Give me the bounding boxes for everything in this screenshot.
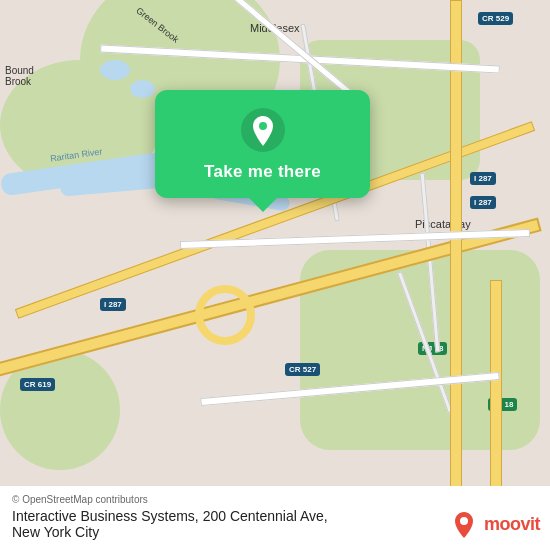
moovit-text: moovit (484, 514, 540, 535)
moovit-pin-icon (450, 510, 478, 538)
take-me-there-button[interactable]: Take me there (204, 162, 321, 182)
cr619-shield: CR 619 (20, 378, 55, 391)
cr527-shield: CR 527 (285, 363, 320, 376)
copyright-text: © OpenStreetMap contributors (12, 494, 538, 505)
i287-shield-2: I 287 (470, 196, 496, 209)
water-small-1 (100, 60, 130, 80)
cr529-shield: CR 529 (478, 12, 513, 25)
map-container: Middlesex BoundBrook Raritan River Pisca… (0, 0, 550, 550)
location-pin-icon (241, 108, 285, 152)
water-small-2 (130, 80, 155, 98)
bound-brook-label: BoundBrook (5, 65, 34, 87)
popup-card: Take me there (155, 90, 370, 198)
bottom-bar: © OpenStreetMap contributors Interactive… (0, 486, 550, 550)
interchange-circle (195, 285, 255, 345)
svg-point-1 (259, 122, 267, 130)
moovit-logo: moovit (450, 510, 540, 538)
svg-point-2 (460, 517, 468, 525)
i287-shield-bottom: I 287 (100, 298, 126, 311)
i287-shield-1: I 287 (470, 172, 496, 185)
vertical-road-right (450, 0, 462, 500)
